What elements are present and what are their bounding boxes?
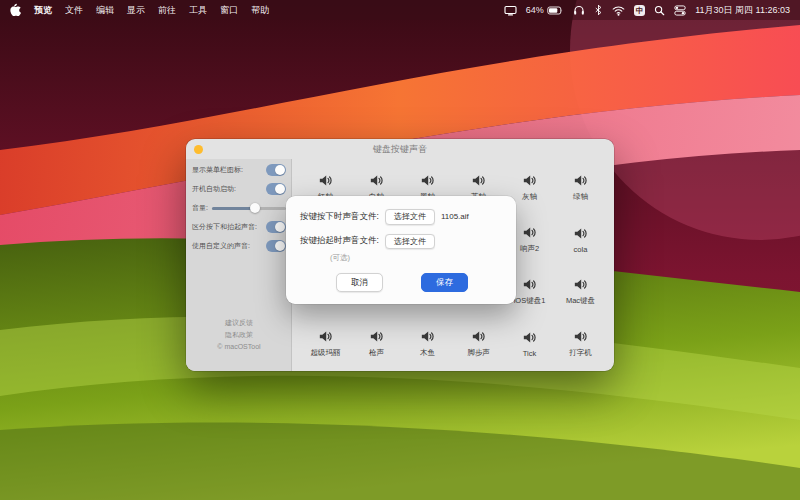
setting-row: 显示菜单栏图标:: [192, 164, 286, 176]
wifi-icon[interactable]: [612, 5, 625, 16]
setting-label: 显示菜单栏图标:: [192, 165, 243, 175]
setting-row: 使用自定义的声音:: [192, 240, 286, 252]
menubar-clock[interactable]: 11月30日 周四 11:26:03: [695, 4, 790, 17]
sound-label: 脚步声: [467, 348, 490, 358]
screen-mirroring-icon[interactable]: [504, 5, 517, 16]
toggle-knob: [275, 165, 285, 175]
toggle-launch-at-login[interactable]: [266, 183, 286, 195]
menu-file[interactable]: 文件: [65, 4, 83, 17]
sound-label: 木鱼: [420, 348, 435, 358]
control-center-icon[interactable]: [674, 5, 686, 16]
app-menu-title[interactable]: 预览: [34, 4, 52, 17]
sound-item[interactable]: 脚步声: [453, 328, 504, 358]
feedback-link[interactable]: 建议反馈: [192, 317, 286, 329]
sound-label: Tick: [523, 349, 536, 358]
battery-percent-label: 64%: [526, 5, 544, 15]
desktop: 预览 文件 编辑 显示 前往 工具 窗口 帮助 64%: [0, 0, 800, 500]
sound-label: 枪声: [369, 348, 384, 358]
menu-help[interactable]: 帮助: [251, 4, 269, 17]
app-window: 键盘按键声音 显示菜单栏图标: 开机自动启动: 音量:: [186, 139, 614, 371]
privacy-policy-link[interactable]: 隐私政策: [192, 329, 286, 341]
cancel-button[interactable]: 取消: [336, 273, 383, 292]
copyright-label: © macOSTool: [192, 341, 286, 353]
speaker-icon: [572, 225, 589, 242]
setting-row: 开机自动启动:: [192, 183, 286, 195]
menu-bar: 预览 文件 编辑 显示 前往 工具 窗口 帮助 64%: [0, 0, 800, 20]
slider-fill: [212, 207, 255, 210]
speaker-icon: [419, 172, 436, 189]
volume-slider[interactable]: [212, 202, 286, 214]
toggle-knob: [275, 184, 285, 194]
setting-label: 音量:: [192, 203, 208, 213]
apple-menu[interactable]: [10, 3, 21, 18]
battery-icon: [547, 6, 564, 15]
sound-label: cola: [574, 245, 588, 254]
toggle-knob: [275, 241, 285, 251]
sound-label: 打字机: [569, 348, 592, 358]
sound-label: Mac键盘: [566, 296, 595, 306]
traffic-light-button[interactable]: [194, 145, 203, 154]
speaker-icon: [521, 172, 538, 189]
sound-label: 超级玛丽: [311, 348, 341, 358]
press-sound-label: 按键按下时声音文件:: [300, 211, 379, 223]
speaker-icon: [470, 328, 487, 345]
setting-label: 区分按下和抬起声音:: [192, 222, 257, 232]
apple-logo-icon: [10, 3, 21, 16]
optional-note: (可选): [330, 253, 504, 263]
headphones-icon[interactable]: [573, 4, 585, 16]
sound-label: 绿轴: [573, 192, 588, 202]
choose-release-file-button[interactable]: 选择文件: [385, 234, 435, 250]
speaker-icon: [317, 328, 334, 345]
sound-item[interactable]: Mac键盘: [555, 276, 606, 306]
release-sound-label: 按键抬起时声音文件:: [300, 235, 379, 247]
speaker-icon: [521, 329, 538, 346]
battery-indicator[interactable]: 64%: [526, 5, 564, 15]
sound-label: 响声2: [520, 244, 539, 254]
sound-item[interactable]: 木鱼: [402, 328, 453, 358]
menu-tools[interactable]: 工具: [189, 4, 207, 17]
press-file-name: 1105.aif: [441, 212, 469, 221]
speaker-icon: [521, 276, 538, 293]
speaker-icon: [368, 172, 385, 189]
bluetooth-icon[interactable]: [594, 4, 603, 16]
choose-press-file-button[interactable]: 选择文件: [385, 209, 435, 225]
setting-label: 开机自动启动:: [192, 184, 236, 194]
sound-item[interactable]: 绿轴: [555, 172, 606, 202]
speaker-icon: [572, 172, 589, 189]
window-title: 键盘按键声音: [373, 143, 427, 156]
toggle-distinguish-press-release[interactable]: [266, 221, 286, 233]
file-picker-sheet: 按键按下时声音文件: 选择文件 1105.aif 按键抬起时声音文件: 选择文件…: [286, 196, 516, 304]
setting-label: 使用自定义的声音:: [192, 241, 250, 251]
sound-item[interactable]: 超级玛丽: [300, 328, 351, 358]
search-icon[interactable]: [654, 5, 665, 16]
sound-item[interactable]: cola: [555, 225, 606, 254]
sidebar-footer: 建议反馈 隐私政策 © macOSTool: [192, 317, 286, 361]
menu-view[interactable]: 显示: [127, 4, 145, 17]
input-source-icon[interactable]: 中: [634, 5, 646, 16]
speaker-icon: [572, 276, 589, 293]
speaker-icon: [572, 328, 589, 345]
toggle-custom-sound[interactable]: [266, 240, 286, 252]
menu-go[interactable]: 前往: [158, 4, 176, 17]
speaker-icon: [521, 224, 538, 241]
sound-label: iOS键盘1: [514, 296, 546, 306]
sound-item[interactable]: 枪声: [351, 328, 402, 358]
sound-label: 灰轴: [522, 192, 537, 202]
toggle-show-menubar-icon[interactable]: [266, 164, 286, 176]
sound-item[interactable]: Tick: [504, 329, 555, 358]
speaker-icon: [419, 328, 436, 345]
toggle-knob: [275, 222, 285, 232]
speaker-icon: [368, 328, 385, 345]
speaker-icon: [470, 172, 487, 189]
menu-window[interactable]: 窗口: [220, 4, 238, 17]
window-titlebar[interactable]: 键盘按键声音: [186, 139, 614, 159]
slider-knob[interactable]: [250, 203, 260, 213]
sound-item[interactable]: 打字机: [555, 328, 606, 358]
setting-row: 区分按下和抬起声音:: [192, 221, 286, 233]
save-button[interactable]: 保存: [421, 273, 468, 292]
speaker-icon: [317, 172, 334, 189]
settings-sidebar: 显示菜单栏图标: 开机自动启动: 音量: 区分按下和抬起声音:: [186, 159, 292, 371]
setting-row: 音量:: [192, 202, 286, 214]
menu-edit[interactable]: 编辑: [96, 4, 114, 17]
